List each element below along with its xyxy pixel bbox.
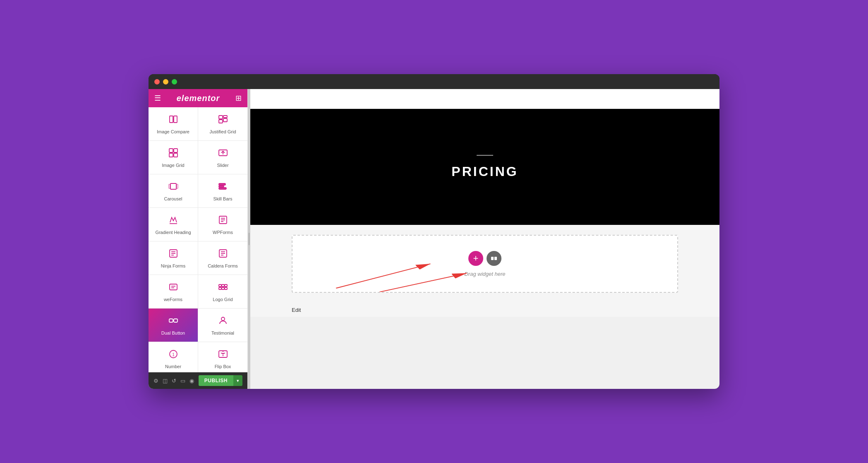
svg-rect-4 <box>223 116 227 118</box>
widget-label-number: Number <box>165 364 181 369</box>
widget-label-carousel: Carousel <box>164 196 182 202</box>
flip-box-icon <box>218 349 228 362</box>
widget-label-logo-grid: Logo Grid <box>213 297 233 302</box>
widget-slider[interactable]: Slider <box>198 141 247 174</box>
widget-carousel[interactable]: Carousel <box>149 174 198 207</box>
settings-icon[interactable]: ⚙ <box>153 378 158 384</box>
widget-dual-button[interactable]: Dual Button <box>149 309 198 342</box>
pricing-line <box>477 155 493 156</box>
widget-skill-bars[interactable]: Skill Bars <box>198 174 247 207</box>
edit-bar: Edit <box>250 303 719 317</box>
gradient-heading-icon <box>168 215 178 227</box>
widget-weforms[interactable]: weForms <box>149 275 198 308</box>
browser-body: ☰ elementor ⊞ Image Compare <box>149 89 719 389</box>
logo-grid-icon <box>218 282 228 294</box>
add-section-button[interactable]: + <box>468 251 483 266</box>
widget-label-flip-box: Flip Box <box>215 364 231 369</box>
carousel-icon <box>168 181 178 194</box>
svg-rect-8 <box>174 149 177 152</box>
widget-label-image-grid: Image Grid <box>162 163 184 168</box>
pricing-title: PRICING <box>451 164 518 179</box>
svg-line-68 <box>380 273 467 292</box>
widget-flip-box[interactable]: Flip Box <box>198 342 247 372</box>
justified-grid-icon <box>218 114 228 127</box>
svg-rect-5 <box>219 120 223 123</box>
widget-number[interactable]: 1 Number <box>149 342 198 372</box>
svg-rect-1 <box>174 116 177 123</box>
maximize-dot[interactable] <box>172 79 177 84</box>
svg-rect-64 <box>494 257 497 260</box>
canvas-area: PRICING + <box>250 89 719 389</box>
svg-rect-42 <box>222 287 224 289</box>
edit-label: Edit <box>292 307 301 313</box>
widget-justified-grid[interactable]: Justified Grid <box>198 107 247 140</box>
canvas-top-bar <box>250 89 719 109</box>
sidebar: ☰ elementor ⊞ Image Compare <box>149 89 248 389</box>
apps-icon[interactable]: ⊞ <box>235 94 242 103</box>
svg-rect-43 <box>225 287 227 289</box>
slider-icon <box>218 148 228 160</box>
svg-rect-3 <box>219 116 223 119</box>
publish-button[interactable]: PUBLISH <box>199 375 233 386</box>
widget-wpforms[interactable]: WPForms <box>198 208 247 241</box>
title-bar <box>149 74 719 89</box>
widget-label-dual-button: Dual Button <box>161 330 185 336</box>
svg-rect-35 <box>170 284 177 290</box>
widgets-grid: Image Compare Justified Grid <box>149 107 247 372</box>
elementor-logo: elementor <box>177 94 220 103</box>
close-dot[interactable] <box>154 79 160 84</box>
widget-label-ninja-forms: Ninja Forms <box>161 263 185 269</box>
svg-rect-15 <box>177 184 178 188</box>
widget-label-skill-bars: Skill Bars <box>213 196 233 202</box>
responsive-icon[interactable]: ▭ <box>180 378 185 384</box>
publish-arrow-button[interactable]: ▾ <box>233 375 242 386</box>
section-type-button[interactable] <box>487 251 501 266</box>
layers-icon[interactable]: ◫ <box>163 378 168 384</box>
widget-label-testimonial: Testimonial <box>211 330 234 336</box>
svg-line-67 <box>336 264 430 288</box>
widget-label-wpforms: WPForms <box>213 230 233 235</box>
widget-image-compare[interactable]: Image Compare <box>149 107 198 140</box>
widget-image-grid[interactable]: Image Grid <box>149 141 198 174</box>
sidebar-footer: ⚙ ◫ ↺ ▭ ◉ PUBLISH ▾ <box>149 372 247 389</box>
svg-rect-63 <box>491 257 494 260</box>
svg-rect-13 <box>170 183 176 189</box>
preview-icon[interactable]: ◉ <box>189 378 194 384</box>
svg-rect-0 <box>170 116 173 123</box>
testimonial-icon <box>218 316 228 328</box>
widget-ninja-forms[interactable]: Ninja Forms <box>149 241 198 275</box>
wpforms-icon <box>218 215 228 227</box>
footer-icons: ⚙ ◫ ↺ ▭ ◉ <box>153 378 194 384</box>
svg-text:1: 1 <box>172 352 175 357</box>
svg-rect-6 <box>223 118 227 122</box>
drop-zone-buttons: + <box>468 251 501 266</box>
sidebar-header: ☰ elementor ⊞ <box>149 89 247 107</box>
svg-rect-10 <box>174 153 177 157</box>
drop-zone[interactable]: + Drag widget here <box>292 235 678 293</box>
svg-rect-44 <box>169 319 173 322</box>
widget-label-weforms: weForms <box>164 297 182 302</box>
minimize-dot[interactable] <box>163 79 168 84</box>
skill-bars-icon <box>218 181 228 194</box>
drag-hint: Drag widget here <box>465 271 506 277</box>
weforms-icon <box>168 282 178 294</box>
widget-gradient-heading[interactable]: Gradient Heading <box>149 208 198 241</box>
ninja-forms-icon <box>168 248 178 261</box>
caldera-forms-icon <box>218 248 228 261</box>
hamburger-icon[interactable]: ☰ <box>154 94 161 103</box>
svg-rect-41 <box>219 287 221 289</box>
widget-caldera-forms[interactable]: Caldera Forms <box>198 241 247 275</box>
widget-testimonial[interactable]: Testimonial <box>198 309 247 342</box>
history-icon[interactable]: ↺ <box>172 378 176 384</box>
resize-handle[interactable] <box>248 89 250 389</box>
number-icon: 1 <box>168 349 178 362</box>
svg-rect-45 <box>174 319 177 322</box>
dual-button-icon <box>168 316 178 328</box>
canvas-content: PRICING + <box>250 109 719 389</box>
browser-window: ☰ elementor ⊞ Image Compare <box>149 74 719 389</box>
widget-label-gradient-heading: Gradient Heading <box>155 230 191 235</box>
drop-zone-container: + Drag widget here <box>250 225 719 303</box>
svg-rect-9 <box>169 153 173 157</box>
widget-logo-grid[interactable]: Logo Grid <box>198 275 247 308</box>
image-compare-icon <box>168 114 178 127</box>
